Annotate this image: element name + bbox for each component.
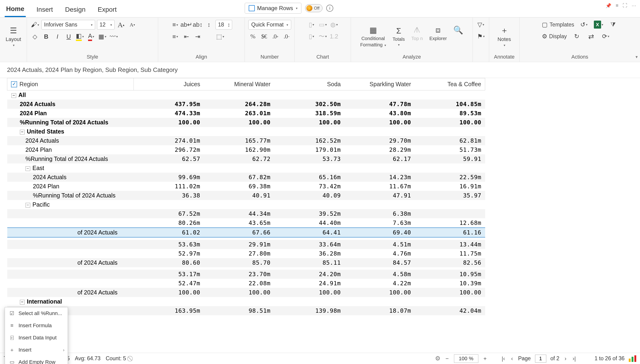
- conditional-formatting-button[interactable]: ▦ Conditional Formatting ▾: [358, 24, 388, 48]
- ctx-insert[interactable]: ＋ Insert ›: [5, 344, 68, 356]
- effects-button[interactable]: 〰▾: [109, 32, 118, 41]
- font-size-select[interactable]: 12 ▾: [97, 20, 114, 30]
- page-input[interactable]: [535, 355, 546, 362]
- search-button[interactable]: 🔍: [451, 24, 466, 48]
- wrap-text-button[interactable]: ab↵: [182, 20, 191, 30]
- increase-font-button[interactable]: A▴: [116, 20, 126, 30]
- collapse-icon[interactable]: −: [20, 300, 24, 304]
- collapse-icon[interactable]: −: [12, 93, 16, 98]
- row-united-states[interactable]: −United States: [7, 127, 485, 136]
- tab-insert[interactable]: Insert: [35, 2, 54, 17]
- line-spacing-button[interactable]: ↕: [204, 20, 214, 30]
- reset-button[interactable]: ↺▾: [579, 20, 589, 29]
- table-row[interactable]: 52.97m27.80m36.28m4.76m11.75m: [7, 249, 485, 258]
- bullet-chart-button[interactable]: ▭▾: [318, 20, 328, 29]
- explorer-button[interactable]: ⧈ Explorer: [427, 24, 449, 48]
- refresh-button[interactable]: ↻: [572, 32, 582, 41]
- flag-button[interactable]: ⚑▾: [476, 32, 486, 41]
- settings-gear-icon[interactable]: ⚙: [435, 355, 440, 362]
- italic-button[interactable]: I: [53, 32, 62, 41]
- increase-decimal-button[interactable]: .0+: [270, 32, 280, 41]
- ctx-insert-formula[interactable]: ≡ Insert Formula: [5, 320, 68, 332]
- pin-icon[interactable]: 📌: [606, 3, 612, 8]
- value-button[interactable]: 1.2: [329, 32, 339, 41]
- first-page-button[interactable]: |‹: [501, 355, 506, 362]
- fill-color-button[interactable]: ◧▾: [75, 32, 84, 41]
- row-all[interactable]: −All: [7, 90, 485, 100]
- table-row[interactable]: 52.47m22.08m24.91m4.22m10.39m: [7, 279, 485, 288]
- table-row[interactable]: 2024 Plan111.02m69.38m73.42m11.67m16.91m: [7, 182, 485, 191]
- decrease-indent-button[interactable]: ⇤: [182, 32, 191, 41]
- ctx-insert-data-input[interactable]: ⍇ Insert Data Input: [5, 332, 68, 344]
- table-row[interactable]: 2024 Plan474.33m263.01m318.59m43.80m89.5…: [7, 109, 485, 118]
- percent-button[interactable]: %: [248, 32, 258, 41]
- collapse-icon[interactable]: −: [26, 166, 30, 171]
- format-painter-button[interactable]: 🖌▾: [30, 20, 40, 30]
- line-spacing-value[interactable]: 18 ▴▾: [216, 20, 232, 30]
- decrease-decimal-button[interactable]: .0−: [282, 32, 291, 41]
- swap-columns-button[interactable]: [586, 32, 596, 41]
- filter-button[interactable]: ▾: [476, 20, 486, 29]
- font-family-select[interactable]: Inforiver Sans ▾: [42, 20, 95, 30]
- selected-row[interactable]: of 2024 Actuals61.0267.6664.4169.4061.16: [7, 228, 485, 237]
- col-sparkling-water[interactable]: Sparkling Water: [344, 78, 415, 90]
- col-soda[interactable]: Soda: [274, 78, 344, 90]
- borders-button[interactable]: ▦▾: [98, 32, 107, 41]
- col-juices[interactable]: Juices: [134, 78, 204, 90]
- ctx-add-empty-row[interactable]: ▭ Add Empty Row: [5, 356, 68, 364]
- audit-toggle[interactable]: ⚡ Off: [305, 4, 322, 12]
- table-row[interactable]: %Running Total of 2024 Actuals100.00100.…: [7, 118, 485, 127]
- tab-home[interactable]: Home: [5, 2, 26, 17]
- next-page-button[interactable]: ›: [564, 355, 568, 362]
- manage-rows-button[interactable]: Manage Rows ▾: [245, 3, 302, 14]
- filter-small-icon[interactable]: ≡: [616, 3, 618, 8]
- display-button[interactable]: ⚙ Display: [542, 32, 567, 41]
- tab-export[interactable]: Export: [96, 2, 118, 17]
- align-left-button[interactable]: ≡▾: [170, 32, 180, 41]
- row-east[interactable]: −East: [7, 164, 485, 173]
- layout-button[interactable]: ☰ Layout ▾: [3, 24, 24, 48]
- ctx-select-all[interactable]: ☑ Select all %Runn...: [5, 307, 68, 320]
- fit-button[interactable]: ⬚▾: [216, 32, 225, 41]
- advanced-filter-button[interactable]: ⧩: [608, 20, 618, 29]
- notes-button[interactable]: ＋ Notes ▾: [495, 24, 513, 48]
- rotate-button[interactable]: ⟳▾: [601, 32, 610, 41]
- table-row[interactable]: 2024 Actuals99.69m67.82m65.16m14.23m22.5…: [7, 173, 485, 182]
- table-row[interactable]: of 2024 Actuals100.00100.00100.00100.001…: [7, 288, 485, 297]
- decrease-font-button[interactable]: A▾: [128, 20, 137, 30]
- last-page-button[interactable]: ›|: [572, 355, 577, 362]
- table-row[interactable]: %Running Total of 2024 Actuals36.3840.91…: [7, 191, 485, 200]
- table-row[interactable]: 80.26m43.65m44.40m7.63m12.68m: [7, 218, 485, 228]
- col-mineral-water[interactable]: Mineral Water: [204, 78, 274, 90]
- orientation-button[interactable]: ab↕: [193, 20, 202, 30]
- info-button[interactable]: i: [326, 5, 333, 12]
- table-row[interactable]: of 2024 Actuals80.6085.7085.1184.5782.56: [7, 258, 485, 267]
- col-tea-coffee[interactable]: Tea & Coffee: [415, 78, 485, 90]
- bar-chart-button[interactable]: ▯▾: [307, 20, 316, 29]
- zoom-display[interactable]: 100 %: [454, 354, 478, 363]
- topn-button[interactable]: ⩚ Top n: [409, 24, 425, 48]
- table-row[interactable]: 67.52m44.34m39.52m6.38m: [7, 209, 485, 218]
- collapse-icon[interactable]: −: [26, 203, 30, 208]
- currency-button[interactable]: $€: [259, 32, 269, 41]
- table-row[interactable]: [7, 267, 485, 270]
- more-icon[interactable]: ⋯: [632, 3, 636, 8]
- prev-page-button[interactable]: ‹: [510, 355, 514, 362]
- collapse-icon[interactable]: −: [20, 130, 24, 134]
- bold-button[interactable]: B: [42, 32, 51, 41]
- table-row[interactable]: 2024 Actuals437.95m264.28m302.50m47.78m1…: [7, 100, 485, 109]
- chart-indicator-icon[interactable]: [629, 355, 636, 362]
- underline-button[interactable]: U: [64, 32, 73, 41]
- tab-design[interactable]: Design: [64, 2, 87, 17]
- zoom-in-button[interactable]: +: [482, 355, 488, 362]
- row-pacific[interactable]: −Pacific: [7, 200, 485, 209]
- table-row[interactable]: 53.17m23.70m24.20m4.58m10.95m: [7, 270, 485, 279]
- select-all-checkbox[interactable]: [11, 81, 17, 87]
- col-rowheader[interactable]: Region: [7, 78, 134, 90]
- expand-icon[interactable]: ⛶: [623, 3, 627, 8]
- increase-indent-button[interactable]: ⇥: [193, 32, 202, 41]
- waterfall-button[interactable]: ▯▾: [307, 32, 316, 41]
- expand-ribbon-icon[interactable]: ▾: [636, 54, 638, 60]
- templates-button[interactable]: ▢ Templates: [542, 20, 574, 29]
- table-row[interactable]: 2024 Plan296.72m162.90m179.01m28.29m51.7…: [7, 145, 485, 154]
